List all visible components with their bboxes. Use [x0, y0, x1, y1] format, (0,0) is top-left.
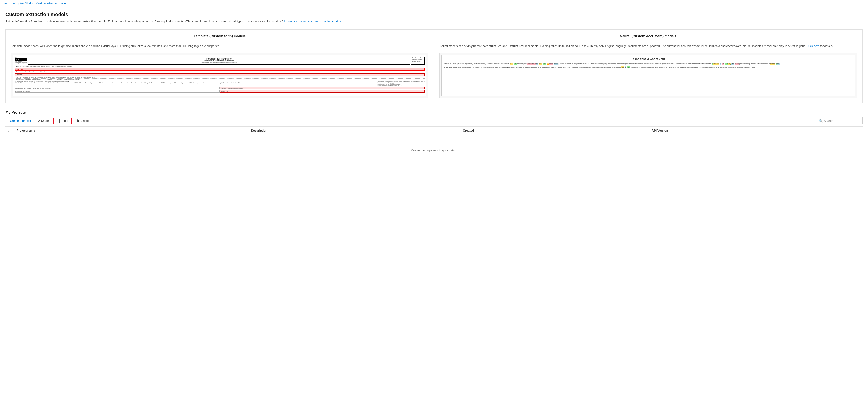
toolbar-left-actions: + Create a project ↗ Share →| Import 🗑 D… [5, 118, 91, 124]
select-all-checkbox[interactable] [8, 129, 11, 132]
search-container: 🔍 [817, 117, 863, 124]
rental-form-mock: HOUSE RENTAL AGREEMENT This House Rental… [441, 55, 855, 96]
template-doc-preview: Form W-9 Rev. October 2018 Department of… [11, 53, 428, 98]
template-card-divider [213, 40, 227, 40]
table-header: Project name Description Created ↓ API V… [5, 126, 863, 135]
table-header-api-version: API Version [649, 126, 863, 135]
search-input[interactable] [817, 117, 863, 124]
empty-state: Create a new project to get started. [5, 135, 863, 166]
neural-card-title: Neural (Custom document) models [439, 34, 857, 38]
import-button[interactable]: →| Import [53, 118, 71, 124]
learn-more-link[interactable]: Learn more about custom extraction model… [284, 20, 342, 23]
breadcrumb-parent-link[interactable]: Form Recognizer Studio [4, 2, 33, 5]
neural-doc-preview: HOUSE RENTAL AGREEMENT This House Rental… [439, 53, 857, 98]
plus-icon: + [7, 119, 9, 123]
page-description: Extract information from forms and docum… [5, 19, 863, 24]
neural-model-card: Neural (Custom document) models Neural m… [434, 30, 862, 103]
neural-card-divider [641, 40, 655, 40]
breadcrumb: Form Recognizer Studio > Custom extracti… [0, 0, 868, 7]
share-button[interactable]: ↗ Share [36, 118, 51, 123]
share-icon: ↗ [37, 119, 40, 123]
table-header-checkbox [5, 126, 14, 135]
my-projects-section-title: My Projects [5, 110, 863, 114]
page-title: Custom extraction models [5, 11, 863, 18]
delete-button[interactable]: 🗑 Delete [74, 118, 91, 123]
template-card-title: Template (Custom form) models [11, 34, 428, 38]
breadcrumb-separator: > [34, 2, 35, 5]
template-card-desc: Template models work well when the targe… [11, 44, 428, 48]
create-project-button[interactable]: + Create a project [5, 118, 33, 123]
model-cards-container: Template (Custom form) models Template m… [5, 29, 863, 103]
projects-table: Project name Description Created ↓ API V… [5, 126, 863, 135]
template-model-card: Template (Custom form) models Template m… [6, 30, 434, 103]
w9-form-mock: Form W-9 Rev. October 2018 Department of… [13, 55, 426, 96]
table-header-project-name: Project name [14, 126, 248, 135]
delete-icon: 🗑 [76, 119, 80, 123]
table-header-created[interactable]: Created ↓ [460, 126, 649, 135]
projects-toolbar: + Create a project ↗ Share →| Import 🗑 D… [5, 117, 863, 126]
breadcrumb-current: Custom extraction model [36, 2, 66, 5]
table-header-description: Description [248, 126, 460, 135]
created-sort-icon: ↓ [476, 129, 477, 132]
main-content: Custom extraction models Extract informa… [0, 7, 868, 170]
neural-click-here-link[interactable]: Click here [807, 45, 819, 48]
import-icon: →| [56, 119, 60, 123]
neural-card-desc: Neural models can flexibly handle both s… [439, 44, 857, 48]
